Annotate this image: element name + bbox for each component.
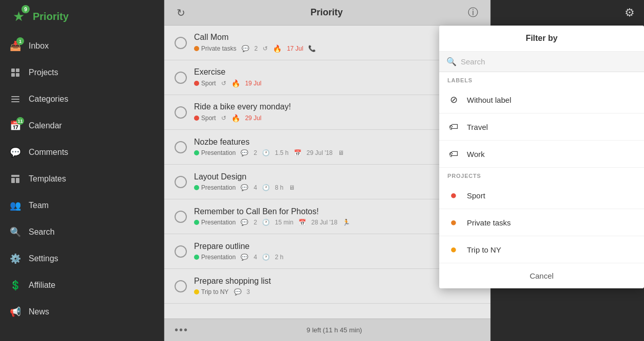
comments-label: Comments bbox=[29, 148, 68, 157]
comment-icon: 💬 bbox=[242, 45, 249, 52]
sidebar-item-categories[interactable]: Categories bbox=[0, 86, 164, 112]
task-meta: Trip to NY 💬 3 bbox=[194, 288, 480, 295]
svg-rect-1 bbox=[16, 69, 19, 72]
tag-label: Presentation bbox=[201, 219, 235, 226]
calendar-icon: 📅 11 bbox=[9, 120, 22, 132]
calendar-badge: 11 bbox=[16, 117, 24, 125]
sidebar: ★ 9 Priority 📥 1 Inbox Projects bbox=[0, 0, 164, 341]
refresh-icon[interactable]: ↻ bbox=[175, 5, 187, 21]
calendar-small-icon: 📅 bbox=[294, 149, 302, 156]
filter-option-trip[interactable]: ● Trip to NY bbox=[439, 236, 644, 263]
tag-dot bbox=[194, 255, 199, 260]
sidebar-item-projects[interactable]: Projects bbox=[0, 59, 164, 86]
task-meta: Sport ↺ 🔥 19 Jul bbox=[194, 79, 480, 87]
comment-count: 2 bbox=[254, 45, 258, 52]
filter-search-input[interactable] bbox=[461, 57, 637, 66]
sidebar-item-inbox[interactable]: 📥 1 Inbox bbox=[0, 33, 164, 59]
filter-option-no-label[interactable]: ⊘ Without label bbox=[439, 86, 644, 113]
comments-icon: 💬 bbox=[9, 146, 22, 158]
categories-icon bbox=[9, 93, 22, 105]
comment-count: 2 bbox=[253, 149, 257, 156]
tag-icon: 🏷 bbox=[447, 121, 460, 133]
gear-icon[interactable]: ⚙ bbox=[625, 6, 635, 19]
more-options-button[interactable]: ••• bbox=[175, 324, 188, 336]
fire-icon: 🔥 bbox=[231, 114, 240, 122]
time-text: 8 h bbox=[275, 184, 284, 191]
task-tag: Presentation bbox=[194, 254, 235, 261]
repeat-icon: ↺ bbox=[263, 45, 268, 52]
filter-option-sport[interactable]: ● Sport bbox=[439, 182, 644, 209]
categories-label: Categories bbox=[29, 95, 68, 104]
news-label: News bbox=[29, 307, 49, 316]
svg-rect-0 bbox=[11, 69, 15, 72]
filter-option-travel[interactable]: 🏷 Travel bbox=[439, 113, 644, 141]
projects-section-header: PROJECTS bbox=[439, 168, 644, 182]
svg-rect-4 bbox=[11, 175, 19, 177]
task-checkbox[interactable] bbox=[175, 37, 187, 49]
tag-icon: 🏷 bbox=[447, 148, 460, 160]
sidebar-nav: 📥 1 Inbox Projects Catego bbox=[0, 33, 164, 341]
filter-option-label: Work bbox=[467, 150, 485, 158]
task-meta: Presentation 💬 4 🕐 2 h bbox=[194, 254, 480, 261]
tag-label: Private tasks bbox=[201, 45, 237, 52]
task-tag: Private tasks bbox=[194, 45, 237, 52]
date-text: 28 Jul '18 bbox=[311, 219, 337, 226]
task-title: Nozbe features bbox=[194, 138, 480, 147]
sidebar-item-affiliate[interactable]: 💲 Affiliate bbox=[0, 272, 164, 299]
runner-icon: 🏃 bbox=[342, 219, 350, 226]
task-checkbox[interactable] bbox=[175, 245, 187, 258]
comment-icon: 💬 bbox=[241, 219, 248, 226]
tag-label: Sport bbox=[201, 80, 216, 87]
task-checkbox[interactable] bbox=[175, 280, 187, 292]
labels-section-header: LABELS bbox=[439, 72, 644, 86]
filter-option-work[interactable]: 🏷 Work bbox=[439, 141, 644, 168]
sidebar-item-team[interactable]: 👥 Team bbox=[0, 192, 164, 219]
task-tag: Presentation bbox=[194, 184, 235, 191]
circle-slash-icon: ⊘ bbox=[447, 94, 460, 106]
filter-cancel-button[interactable]: Cancel bbox=[439, 263, 644, 288]
sidebar-item-settings[interactable]: ⚙️ Settings bbox=[0, 245, 164, 272]
settings-label: Settings bbox=[29, 254, 58, 263]
filter-option-label: Travel bbox=[467, 123, 488, 131]
tag-label: Trip to NY bbox=[201, 288, 229, 295]
task-content: Prepare outline Presentation 💬 4 🕐 2 h bbox=[194, 242, 480, 261]
projects-label: Projects bbox=[29, 68, 58, 77]
repeat-icon: ↺ bbox=[221, 80, 226, 87]
task-checkbox[interactable] bbox=[175, 141, 187, 153]
app-name: Priority bbox=[33, 11, 69, 22]
info-icon[interactable]: ⓘ bbox=[466, 4, 480, 21]
fire-icon: 🔥 bbox=[273, 44, 282, 53]
task-meta: Presentation 💬 2 🕐 1.5 h 📅 29 Jul '18 🖥 bbox=[194, 149, 480, 156]
right-header: ⚙ bbox=[491, 0, 644, 26]
affiliate-label: Affiliate bbox=[29, 281, 55, 290]
task-title: Exercise bbox=[194, 67, 480, 77]
tag-label: Presentation bbox=[201, 184, 235, 191]
search-icon: 🔍 bbox=[446, 57, 457, 66]
projects-icon bbox=[9, 66, 22, 79]
sidebar-item-calendar[interactable]: 📅 11 Calendar bbox=[0, 112, 164, 139]
task-checkbox[interactable] bbox=[175, 72, 187, 84]
sidebar-item-templates[interactable]: Templates bbox=[0, 166, 164, 192]
task-checkbox[interactable] bbox=[175, 211, 187, 223]
sidebar-item-news[interactable]: 📢 News bbox=[0, 299, 164, 325]
calendar-small-icon: 📅 bbox=[298, 219, 306, 226]
inbox-icon: 📥 1 bbox=[9, 40, 22, 52]
filter-option-private[interactable]: ● Private tasks bbox=[439, 209, 644, 236]
task-content: Nozbe features Presentation 💬 2 🕐 1.5 h … bbox=[194, 138, 480, 156]
tag-label: Presentation bbox=[201, 149, 235, 156]
task-tag: Presentation bbox=[194, 219, 235, 226]
tag-label: Sport bbox=[201, 115, 216, 122]
task-meta: Presentation 💬 2 🕐 15 min 📅 28 Jul '18 🏃 bbox=[194, 219, 480, 226]
task-checkbox[interactable] bbox=[175, 106, 187, 119]
task-checkbox[interactable] bbox=[175, 176, 187, 188]
task-title: Call Mom bbox=[194, 33, 464, 42]
task-title: Prepare shopping list bbox=[194, 277, 480, 286]
footer-status: 9 left (11 h 45 min) bbox=[188, 326, 480, 334]
svg-rect-3 bbox=[16, 73, 19, 77]
sidebar-item-comments[interactable]: 💬 Comments bbox=[0, 139, 164, 166]
svg-rect-6 bbox=[16, 178, 19, 183]
sidebar-item-search[interactable]: 🔍 Search bbox=[0, 219, 164, 245]
date-text: 29 Jul '18 bbox=[307, 149, 333, 156]
filter-title: Filter by bbox=[439, 26, 644, 52]
settings-nav-icon: ⚙️ bbox=[9, 253, 22, 265]
